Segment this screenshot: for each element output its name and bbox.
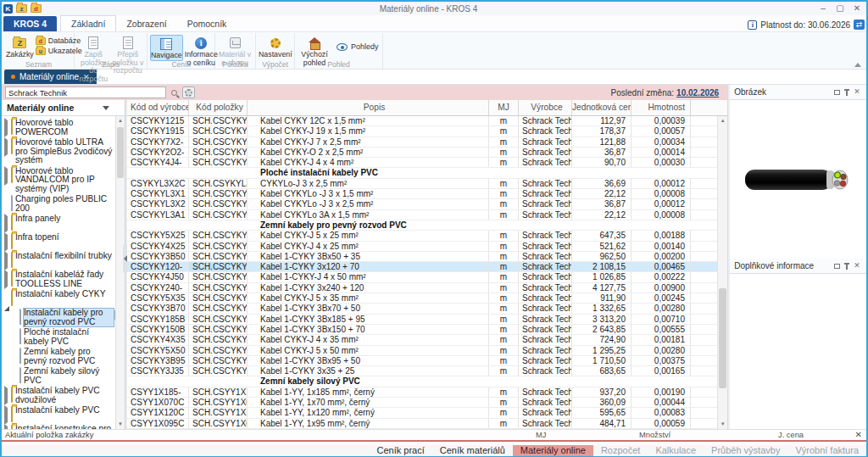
cell-weight[interactable]: 0,00039 (632, 116, 691, 125)
cell-vendor-code[interactable]: CSYY1X120C (127, 408, 189, 417)
info-panel-pin-icon[interactable] (842, 261, 852, 271)
cell-vendor-code[interactable]: CSCYKY185B (127, 315, 189, 324)
cell-manufacturer[interactable]: Schrack Technik (519, 408, 572, 417)
info-icon[interactable]: i (748, 20, 757, 30)
tree-item[interactable]: Infra panely (3, 214, 114, 232)
cell-manufacturer[interactable]: Schrack Technik (519, 419, 572, 428)
cell-unit-price[interactable]: 178,37 (572, 126, 632, 136)
cell-extra[interactable] (691, 419, 718, 428)
cell-description[interactable]: Kabel 1-CYKY 3Bx50 + 35 (248, 252, 489, 261)
search-options-button[interactable] (182, 86, 195, 98)
tree-item[interactable]: Instalační kabely PVC (3, 405, 114, 424)
cell-unit-price[interactable]: 683,65 (572, 366, 632, 376)
cell-item-code[interactable]: SCH.CSYY1X070C (189, 398, 248, 407)
cell-vendor-code[interactable]: CSYY1X070C (127, 398, 189, 407)
cell-unit-price[interactable]: 1 026,85 (572, 272, 632, 281)
cell-unit[interactable]: m (489, 356, 519, 365)
cell-manufacturer[interactable]: Schrack Technik (519, 293, 572, 303)
cell-vendor-code[interactable]: CSCYKY3B70 (127, 304, 189, 313)
cell-extra[interactable] (691, 366, 718, 376)
image-panel-pin-icon[interactable] (842, 87, 852, 98)
cell-description[interactable]: Kabel 1-YY, 1x95 mm², černý (248, 419, 489, 428)
cell-unit[interactable]: m (489, 387, 519, 397)
cell-unit[interactable]: m (489, 148, 519, 157)
minimize-button[interactable]: – (815, 3, 831, 14)
cell-unit[interactable]: m (489, 272, 519, 281)
cell-vendor-code[interactable]: CSCYKY240- (127, 283, 189, 293)
cell-description[interactable]: Kabel 1-YY, 1x120 mm², černý (248, 408, 489, 417)
cell-weight[interactable]: 0,00280 (632, 304, 691, 313)
cell-item-code[interactable]: SCH.CSCYKYL3A1 (189, 210, 248, 220)
cell-extra[interactable] (691, 262, 718, 271)
zakazky-button[interactable]: Z Zakázky (6, 35, 34, 59)
cell-item-code[interactable]: SCH.CSCYKY3B95 (189, 356, 248, 365)
cell-item-code[interactable]: SCH.CSCYKY4X25 (189, 242, 248, 251)
cell-item-code[interactable]: SCH.CSCYKY2O2 (189, 148, 248, 157)
cell-weight[interactable]: 0,00008 (632, 210, 691, 220)
navigace-button[interactable]: Navigace (150, 35, 183, 61)
cell-extra[interactable] (691, 304, 718, 313)
table-group-row[interactable]: Zemní kabely silový PVC (127, 376, 718, 387)
expander-icon[interactable] (4, 254, 11, 269)
expander-icon[interactable] (4, 140, 11, 155)
cell-description[interactable]: Kabel CYKY-O 2 x 2,5 mm² (248, 148, 489, 157)
cell-extra[interactable] (691, 283, 718, 293)
column-header-k-d-polo-ky[interactable]: Kód položky (189, 100, 248, 115)
cell-extra[interactable] (691, 210, 718, 220)
tree-item[interactable]: Instalační kabely CYKY (3, 289, 114, 308)
cell-unit-price[interactable]: 484,71 (572, 419, 632, 428)
cell-unit[interactable]: m (489, 262, 519, 271)
cell-item-code[interactable]: SCH.CSCYKY3J35 (189, 366, 248, 376)
cell-extra[interactable] (691, 199, 718, 209)
cell-item-code[interactable]: SCH.CSCYKY3B50 (189, 252, 248, 261)
cell-weight[interactable]: 0,00140 (632, 242, 691, 251)
cell-item-code[interactable]: SCH.CSYY1X185 (189, 387, 248, 397)
cell-extra[interactable] (691, 356, 718, 365)
cell-unit[interactable]: m (489, 126, 519, 136)
cell-unit[interactable]: m (489, 210, 519, 220)
tab-zobrazeni[interactable]: Zobrazení (116, 16, 176, 31)
cell-vendor-code[interactable]: CSCYKY1215 (127, 116, 189, 125)
cell-unit-price[interactable]: 22,12 (572, 189, 632, 198)
search-input[interactable] (5, 86, 166, 98)
info-panel-restore-icon[interactable] (832, 261, 842, 271)
cell-vendor-code[interactable]: CSCYKY120- (127, 262, 189, 271)
cell-extra[interactable] (691, 242, 718, 251)
cell-unit-price[interactable]: 1 295,25 (572, 346, 632, 355)
cell-item-code[interactable]: SCH.CSCYKY5X25 (189, 231, 248, 240)
cell-description[interactable]: Kabel 1-CYKY 3Bx70 + 50 (248, 304, 489, 313)
table-scroll-thumb[interactable] (719, 288, 726, 388)
cell-manufacturer[interactable]: Schrack Technik (519, 189, 572, 198)
tree-header[interactable]: Materiály online (2, 100, 125, 116)
cell-unit-price[interactable]: 1 710,50 (572, 356, 632, 365)
column-header-extra[interactable] (691, 100, 727, 115)
cell-description[interactable]: Kabel CYKY-J 4 x 4 mm² (248, 158, 489, 167)
expander-icon[interactable] (4, 120, 11, 136)
tree-item[interactable]: Zemní kabely silový PVC (3, 366, 114, 386)
expander-icon[interactable] (4, 292, 11, 307)
cell-description[interactable]: Kabel 1-CYKY 3x120 + 70 (248, 262, 489, 271)
cell-item-code[interactable]: SCH.CSCYKY240 (189, 283, 248, 293)
tab-zakladni[interactable]: Základní (60, 15, 116, 31)
cell-unit-price[interactable]: 595,65 (572, 408, 632, 417)
cell-description[interactable]: Kabel CYKY-J 5 x 50 mm² (248, 346, 489, 355)
tree-item[interactable]: Instalační flexibilní trubky (3, 251, 114, 270)
cell-vendor-code[interactable]: CSCYKYL3X1 (127, 189, 189, 198)
cell-weight[interactable]: 0,00030 (632, 158, 691, 167)
cell-manufacturer[interactable]: Schrack Technik (519, 148, 572, 157)
cell-weight[interactable]: 0,00012 (632, 179, 691, 188)
expander-icon[interactable] (4, 216, 11, 231)
cell-description[interactable]: Kabel 1-CYKY 3Bx95 + 50 (248, 356, 489, 365)
tab-kros4[interactable]: KROS 4 (3, 16, 57, 31)
cell-unit[interactable]: m (489, 398, 519, 407)
cell-extra[interactable] (691, 398, 718, 407)
cell-unit-price[interactable]: 36,69 (572, 179, 632, 188)
table-group-row[interactable]: Ploché instalační kabely PVC (127, 168, 718, 178)
cell-weight[interactable]: 0,00200 (632, 252, 691, 261)
search-button[interactable] (168, 86, 181, 98)
cell-unit[interactable]: m (489, 189, 519, 198)
cell-unit-price[interactable]: 2 108,15 (572, 262, 632, 271)
cell-unit[interactable]: m (489, 283, 519, 293)
tree-scroll-thumb[interactable] (117, 127, 124, 178)
cell-weight[interactable]: 0,00057 (632, 126, 691, 136)
